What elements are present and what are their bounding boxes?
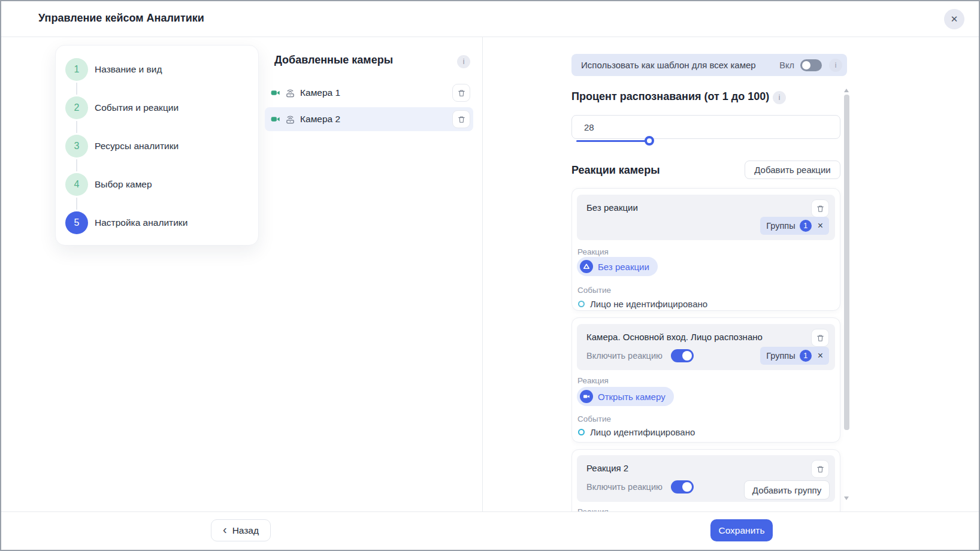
added-cameras-info-icon[interactable]: i — [457, 55, 470, 68]
dialog-header: Управление кейсом Аналитики ✕ — [1, 1, 979, 37]
groups-count-badge: 1 — [800, 350, 812, 362]
reaction-card-title: Реакция 2 — [586, 463, 628, 473]
chevron-left-icon: ‹ — [223, 523, 227, 535]
step-analytics-settings[interactable]: 5 Настройка аналитики — [65, 211, 187, 234]
trash-icon — [457, 115, 466, 124]
event-name: Лицо идентифицировано — [590, 427, 695, 437]
delete-camera-button[interactable] — [452, 84, 470, 102]
camera-stream-icon — [285, 114, 295, 125]
step-events-reactions[interactable]: 2 События и реакции — [65, 96, 179, 119]
analytics-case-dialog: Управление кейсом Аналитики ✕ 1 Название… — [0, 0, 980, 551]
step-connector — [76, 83, 77, 95]
step-name-and-type[interactable]: 1 Название и вид — [65, 58, 162, 81]
no-reaction-icon — [580, 260, 593, 273]
step-connector — [76, 159, 77, 171]
step-connector — [76, 121, 77, 133]
event-row: Лицо не идентифицировано — [578, 299, 707, 309]
section-divider — [482, 37, 483, 512]
event-name: Лицо не идентифицировано — [590, 299, 707, 309]
camera-row-1[interactable]: Камера 1 — [265, 81, 473, 105]
reaction-card-title: Камера. Основной вход. Лицо распознано — [586, 332, 763, 342]
enable-reaction-toggle[interactable] — [671, 349, 694, 362]
add-group-button[interactable]: Добавить группу — [744, 480, 830, 499]
step-4-circle: 4 — [65, 173, 88, 196]
recognition-slider-thumb[interactable] — [645, 136, 654, 146]
event-field-label: Событие — [577, 414, 611, 423]
remove-groups-icon[interactable]: × — [818, 351, 823, 361]
toggle-knob — [802, 61, 810, 69]
reaction-field-label: Реакция — [577, 247, 609, 256]
recognition-info-icon[interactable]: i — [773, 91, 786, 104]
enable-reaction-row: Включить реакцию — [586, 480, 694, 494]
step-connector — [76, 198, 77, 210]
back-button[interactable]: ‹ Назад — [211, 519, 271, 541]
reaction-field-label: Реакция — [577, 376, 609, 385]
close-button[interactable]: ✕ — [944, 9, 964, 29]
step-analytics-resources[interactable]: 3 Ресурсы аналитики — [65, 135, 179, 158]
trash-icon — [816, 204, 825, 213]
delete-reaction-button[interactable] — [811, 199, 829, 217]
delete-reaction-button[interactable] — [811, 460, 829, 478]
toggle-knob — [682, 482, 692, 492]
dialog-footer: ‹ Назад Сохранить — [1, 511, 979, 550]
reaction-card-1: Без реакции Группы 1 × Реакция Без реакц… — [571, 188, 840, 311]
template-info-icon[interactable]: i — [829, 59, 842, 72]
camera-stream-icon — [285, 88, 295, 98]
trash-icon — [816, 334, 825, 343]
groups-chip[interactable]: Группы 1 × — [760, 347, 829, 365]
event-row: Лицо идентифицировано — [578, 427, 695, 437]
enable-reaction-row: Включить реакцию — [586, 349, 694, 362]
recognition-slider-track[interactable] — [576, 140, 649, 142]
step-1-circle: 1 — [65, 58, 88, 81]
step-3-circle: 3 — [65, 135, 88, 158]
step-4-label: Выбор камер — [95, 179, 152, 190]
step-camera-selection[interactable]: 4 Выбор камер — [65, 173, 152, 196]
reaction-chip[interactable]: Без реакции — [577, 257, 658, 276]
step-2-circle: 2 — [65, 96, 88, 119]
event-status-icon — [578, 301, 585, 307]
reaction-card-header: Без реакции Группы 1 × — [577, 195, 835, 240]
groups-chip[interactable]: Группы 1 × — [760, 217, 829, 235]
camera-reactions-title: Реакции камеры — [571, 164, 660, 177]
step-3-label: Ресурсы аналитики — [95, 141, 179, 152]
enable-reaction-label: Включить реакцию — [586, 482, 663, 492]
reaction-card-2: Камера. Основной вход. Лицо распознано В… — [571, 317, 840, 443]
template-banner: Использовать как шаблон для всех камер В… — [571, 54, 847, 76]
toggle-knob — [682, 351, 692, 361]
scrollbar-down-arrow-icon[interactable] — [844, 496, 849, 500]
event-status-icon — [578, 429, 585, 435]
groups-chip-label: Группы — [766, 221, 795, 231]
reaction-card-header: Камера. Основной вход. Лицо распознано В… — [577, 324, 835, 370]
recognition-percent-title: Процент распознавания (от 1 до 100) — [571, 90, 769, 103]
step-1-label: Название и вид — [95, 64, 162, 75]
camera-name: Камера 1 — [300, 87, 340, 98]
delete-camera-button[interactable] — [452, 110, 470, 128]
video-camera-icon — [271, 114, 280, 124]
template-banner-label: Использовать как шаблон для всех камер — [581, 60, 779, 70]
enable-reaction-label: Включить реакцию — [586, 351, 663, 361]
scrollbar-thumb[interactable] — [844, 95, 849, 430]
template-toggle-label: Вкл — [779, 60, 794, 70]
add-reactions-button[interactable]: Добавить реакции — [745, 161, 840, 179]
recognition-percent-input[interactable] — [571, 115, 840, 139]
added-cameras-title: Добавленные камеры — [274, 54, 393, 66]
enable-reaction-toggle[interactable] — [671, 480, 694, 494]
reaction-chip-label: Без реакции — [598, 262, 649, 272]
event-field-label: Событие — [577, 286, 611, 295]
groups-chip-label: Группы — [766, 351, 795, 361]
camera-settings-panel: Использовать как шаблон для всех камер В… — [571, 37, 847, 512]
remove-groups-icon[interactable]: × — [818, 221, 823, 231]
back-button-label: Назад — [232, 525, 259, 536]
reaction-chip[interactable]: Открыть камеру — [577, 387, 674, 406]
template-toggle[interactable] — [800, 59, 822, 71]
save-button[interactable]: Сохранить — [710, 519, 773, 541]
reaction-chip-label: Открыть камеру — [598, 392, 666, 402]
trash-icon — [457, 89, 466, 98]
step-5-circle: 5 — [65, 211, 88, 234]
step-5-label: Настройка аналитики — [95, 217, 187, 228]
camera-row-2[interactable]: Камера 2 — [265, 107, 473, 131]
step-2-label: События и реакции — [95, 102, 179, 113]
groups-count-badge: 1 — [800, 220, 812, 232]
scrollbar-up-arrow-icon[interactable] — [844, 89, 849, 92]
delete-reaction-button[interactable] — [811, 329, 829, 347]
